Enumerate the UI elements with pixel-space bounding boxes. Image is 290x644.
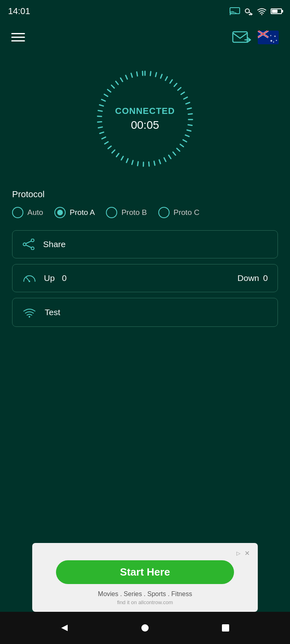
svg-point-73 (29, 281, 30, 282)
test-button[interactable]: Test (12, 298, 278, 327)
up-label: Up (44, 273, 55, 283)
svg-line-24 (181, 92, 184, 95)
connection-timer: 00:05 (115, 119, 175, 132)
svg-line-41 (149, 162, 149, 166)
svg-line-40 (154, 161, 155, 165)
hamburger-menu[interactable] (11, 33, 25, 41)
svg-line-59 (104, 94, 108, 96)
speed-right: Down 0 (238, 273, 268, 283)
svg-line-28 (188, 114, 192, 114)
nav-recent-button[interactable] (218, 621, 233, 635)
svg-line-66 (137, 72, 138, 76)
svg-marker-75 (61, 625, 68, 631)
svg-line-33 (183, 140, 186, 142)
svg-line-62 (116, 81, 118, 85)
ad-domain: find it on allcontrow.com (40, 599, 250, 605)
radio-proto-a-outer (54, 207, 66, 218)
australia-flag[interactable]: ★ ★ ★ ★ ★ (258, 31, 279, 44)
ad-banner: ▷ ✕ Start Here Movies . Series . Sports … (32, 543, 258, 612)
speed-button[interactable]: Up 0 Down 0 (12, 264, 278, 292)
svg-line-26 (186, 103, 189, 104)
back-icon (60, 623, 69, 633)
ad-top-row: ▷ ✕ (40, 549, 250, 557)
protocol-auto[interactable]: Auto (12, 207, 43, 218)
svg-line-61 (112, 85, 114, 88)
protocol-proto-b[interactable]: Proto B (106, 207, 147, 218)
svg-line-23 (178, 88, 181, 91)
connection-info: CONNECTED 00:05 (115, 106, 175, 132)
radio-proto-a-label: Proto A (70, 208, 95, 217)
svg-point-1 (230, 14, 231, 15)
status-icons (230, 7, 282, 16)
svg-line-30 (188, 125, 192, 125)
svg-line-32 (185, 135, 189, 136)
svg-rect-77 (222, 624, 229, 632)
protocol-proto-c[interactable]: Proto C (158, 207, 199, 218)
svg-point-70 (31, 247, 34, 250)
svg-line-35 (177, 149, 180, 151)
radio-auto-outer (12, 207, 23, 218)
svg-rect-4 (233, 32, 247, 42)
svg-line-50 (105, 142, 108, 144)
svg-point-68 (31, 239, 34, 242)
svg-line-44 (132, 161, 133, 165)
svg-line-51 (102, 137, 106, 139)
top-right-icons: ★ ★ ★ ★ ★ (232, 30, 279, 45)
svg-line-56 (98, 111, 102, 111)
key-icon (244, 7, 253, 16)
home-icon (140, 623, 150, 633)
svg-line-45 (126, 159, 128, 162)
mail-forward-icon[interactable] (232, 30, 251, 45)
protocol-section: Protocol Auto Proto A Proto B Proto C (0, 181, 290, 222)
nav-back-button[interactable] (57, 621, 72, 635)
svg-point-74 (29, 316, 30, 318)
recent-icon (221, 623, 230, 633)
svg-line-37 (169, 155, 171, 159)
svg-line-67 (143, 71, 143, 75)
down-value: 0 (263, 273, 268, 283)
svg-line-22 (174, 83, 177, 86)
svg-line-38 (164, 158, 166, 161)
wifi-test-icon (22, 306, 37, 318)
speedometer-icon (22, 272, 37, 284)
radio-proto-b-label: Proto B (121, 208, 147, 217)
svg-line-39 (159, 160, 160, 163)
svg-line-54 (97, 122, 102, 122)
radio-proto-b-outer (106, 207, 117, 218)
svg-line-71 (26, 241, 31, 244)
svg-line-19 (161, 74, 162, 78)
ad-start-button[interactable]: Start Here (56, 560, 234, 584)
svg-line-55 (97, 116, 102, 117)
ad-subtitle: Movies . Series . Sports . Fitness (40, 590, 250, 598)
svg-line-49 (108, 146, 111, 149)
connection-circle[interactable]: CONNECTED 00:05 (91, 64, 199, 173)
svg-text:★: ★ (274, 35, 276, 37)
svg-line-43 (138, 162, 139, 166)
status-time: 14:01 (8, 6, 30, 17)
svg-line-65 (131, 73, 133, 77)
svg-line-20 (166, 77, 168, 80)
svg-line-46 (121, 157, 123, 160)
svg-line-72 (26, 245, 31, 248)
radio-proto-c-outer (158, 207, 170, 218)
down-label: Down (238, 273, 259, 283)
protocol-proto-a[interactable]: Proto A (54, 207, 95, 218)
svg-point-69 (23, 243, 26, 246)
status-bar: 14:01 (0, 0, 290, 22)
svg-line-64 (126, 75, 127, 79)
svg-point-3 (261, 14, 263, 15)
ad-close-button[interactable]: ✕ (244, 549, 250, 557)
cast-icon (230, 7, 240, 15)
svg-line-60 (108, 89, 111, 92)
connection-section[interactable]: CONNECTED 00:05 (0, 52, 290, 181)
svg-line-21 (170, 80, 172, 83)
share-button[interactable]: Share (12, 230, 278, 258)
svg-point-76 (141, 624, 149, 632)
battery-icon (271, 8, 282, 14)
svg-line-18 (155, 73, 156, 77)
nav-home-button[interactable] (138, 621, 152, 635)
protocol-label: Protocol (12, 189, 278, 200)
svg-line-34 (180, 144, 183, 147)
svg-line-25 (184, 97, 187, 99)
svg-point-2 (245, 9, 249, 13)
